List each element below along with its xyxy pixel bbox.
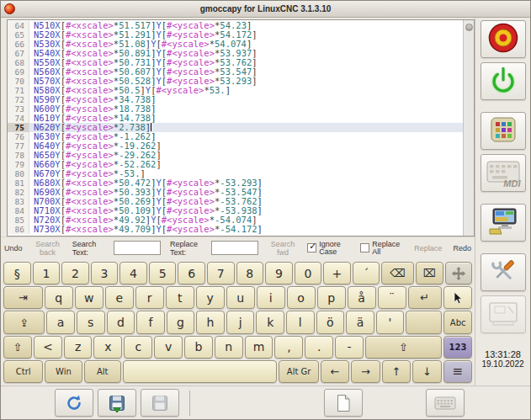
replace-text-input[interactable] <box>211 241 258 255</box>
titlebar[interactable]: gmoccapy for LinuxCNC 3.1.3.10 <box>1 1 530 18</box>
key-y[interactable]: y <box>196 286 225 309</box>
space-key[interactable] <box>123 360 278 383</box>
arrow-left-key[interactable]: ← <box>321 360 349 383</box>
key-i[interactable]: i <box>257 286 285 309</box>
enter-key-lower[interactable] <box>406 311 442 333</box>
delete-key[interactable]: ⌧ <box>416 262 443 284</box>
minus-key[interactable]: - <box>335 336 364 359</box>
key-f[interactable]: f <box>136 311 165 333</box>
acute-accent-key[interactable]: ´ <box>353 262 380 284</box>
redo-button[interactable]: Redo <box>452 244 472 253</box>
keyboard-move-key[interactable] <box>445 262 473 284</box>
key-j[interactable]: j <box>226 311 255 333</box>
key-z[interactable]: z <box>64 336 93 359</box>
ctrl-key[interactable]: Ctrl <box>3 360 43 383</box>
key-u[interactable]: u <box>226 286 255 309</box>
scrollbar-thumb[interactable] <box>465 24 473 31</box>
replace-all-checkbox[interactable]: Replace All <box>360 241 404 256</box>
checkbox-icon[interactable] <box>360 243 369 253</box>
key-s[interactable]: s <box>77 311 105 333</box>
checkbox-icon[interactable] <box>307 243 316 253</box>
ignore-case-checkbox[interactable]: Ignore Case <box>307 241 351 256</box>
save-file-button[interactable] <box>98 389 136 417</box>
key-9[interactable]: 9 <box>265 262 293 284</box>
key-d[interactable]: d <box>107 311 135 333</box>
comma-key[interactable]: , <box>274 336 303 359</box>
editor-scrollbar[interactable] <box>463 20 474 236</box>
altgr-key[interactable]: Alt Gr <box>279 360 318 383</box>
key-n[interactable]: n <box>215 336 243 359</box>
reload-file-button[interactable] <box>55 389 93 417</box>
right-shift-key[interactable]: ⇧ <box>365 336 442 359</box>
key-r[interactable]: r <box>135 286 164 309</box>
apostrophe-key[interactable]: ' <box>376 311 405 333</box>
key-a[interactable]: a <box>46 311 75 333</box>
key-e[interactable]: e <box>105 286 134 309</box>
key-h[interactable]: h <box>196 311 225 333</box>
a-ring-key[interactable]: å <box>348 286 376 309</box>
line-number: 66 <box>8 40 29 49</box>
diaeresis-key[interactable]: ¨ <box>378 286 406 309</box>
o-umlaut-key[interactable]: ö <box>316 311 345 333</box>
tab-key[interactable]: ⇥ <box>3 286 43 309</box>
a-umlaut-key[interactable]: ä <box>346 311 374 333</box>
undo-button[interactable]: Undo <box>3 244 24 253</box>
key-8[interactable]: 8 <box>236 262 264 284</box>
search-text-input[interactable] <box>114 241 161 255</box>
search-forward-button[interactable]: Search fwd <box>268 240 298 257</box>
key-l[interactable]: l <box>286 311 315 333</box>
gcode-editor[interactable]: 64N510X[#<xscale>*51.517]Y[#<yscale>*54.… <box>7 19 475 237</box>
key-5[interactable]: 5 <box>149 262 177 284</box>
mdi-button[interactable]: MDI <box>481 154 526 192</box>
keyboard-toggle-button[interactable] <box>426 389 465 417</box>
arrow-down-key[interactable]: ↓ <box>412 360 441 383</box>
backspace-key[interactable]: ⌫ <box>381 262 414 284</box>
period-key[interactable]: . <box>305 336 333 359</box>
key-3[interactable]: 3 <box>91 262 119 284</box>
arrow-up-key[interactable]: ↑ <box>382 360 411 383</box>
tool-measure-button[interactable] <box>481 295 526 333</box>
search-back-button[interactable]: Search back <box>33 240 63 257</box>
machine-on-button[interactable] <box>481 62 526 100</box>
settings-button[interactable] <box>481 253 526 291</box>
key-g[interactable]: g <box>167 311 195 333</box>
caps-lock-key[interactable]: ⇪ <box>3 311 45 333</box>
key-6[interactable]: 6 <box>178 262 205 284</box>
key-c[interactable]: c <box>124 336 152 359</box>
key-0[interactable]: 0 <box>295 262 322 284</box>
new-file-button[interactable] <box>324 389 363 417</box>
editor-line[interactable]: 86N730X[#<xscale>*49.709]Y[#<yscale>*-54… <box>8 225 463 234</box>
enter-key[interactable]: ↵ <box>408 286 442 309</box>
key-4[interactable]: 4 <box>119 262 147 284</box>
estop-button[interactable] <box>481 20 526 58</box>
menu-layer-key[interactable]: ≡ <box>443 360 472 383</box>
save-as-button[interactable] <box>141 389 179 417</box>
replace-button[interactable]: Replace <box>413 244 443 253</box>
less-than-key[interactable]: < <box>34 336 62 359</box>
key-v[interactable]: v <box>154 336 183 359</box>
section-sign-key[interactable]: § <box>3 262 31 284</box>
left-shift-key[interactable]: ⇧ <box>3 336 32 359</box>
numeric-layer-key[interactable]: 123 <box>443 336 472 359</box>
key-1[interactable]: 1 <box>33 262 61 284</box>
key-7[interactable]: 7 <box>207 262 235 284</box>
toolbar-separator <box>189 391 190 416</box>
pointer-key[interactable] <box>443 286 472 309</box>
key-o[interactable]: o <box>287 286 316 309</box>
alt-key[interactable]: Alt <box>84 360 121 383</box>
tooledit-button[interactable] <box>481 204 526 242</box>
key-2[interactable]: 2 <box>61 262 89 284</box>
key-t[interactable]: t <box>166 286 194 309</box>
user-tabs-button[interactable] <box>481 112 526 150</box>
key-k[interactable]: k <box>256 311 284 333</box>
key-w[interactable]: w <box>75 286 104 309</box>
plus-key[interactable]: + <box>323 262 351 284</box>
key-x[interactable]: x <box>93 336 122 359</box>
key-b[interactable]: b <box>184 336 213 359</box>
win-key[interactable]: Win <box>45 360 82 383</box>
key-m[interactable]: m <box>245 336 273 359</box>
key-q[interactable]: q <box>45 286 73 309</box>
abc-layer-key[interactable]: Abc <box>443 311 472 333</box>
arrow-right-key[interactable]: → <box>351 360 380 383</box>
key-p[interactable]: p <box>317 286 346 309</box>
